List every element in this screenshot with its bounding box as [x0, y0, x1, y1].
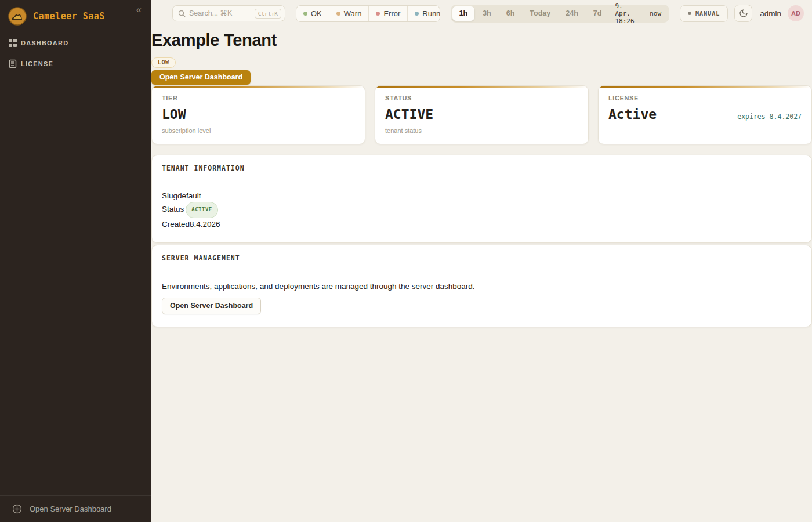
status-filter-label: Error — [383, 9, 400, 18]
topbar-right-cluster: MANUAL admin AD — [680, 5, 804, 22]
status-filter-label: Warn — [344, 9, 362, 18]
license-card: LICENSE Active expires 8.4.2027 — [598, 85, 812, 144]
time-range-7d[interactable]: 7d — [586, 6, 609, 21]
status-filter-label: OK — [311, 9, 322, 18]
time-range-display[interactable]: 9. Apr. 18:26–now — [610, 2, 668, 25]
tenant-information-panel: TENANT INFORMATION Slugdefault StatusACT… — [151, 155, 812, 243]
sidebar-item-dashboard[interactable]: DASHBOARD — [0, 32, 151, 53]
time-from: 9. Apr. 18:26 — [615, 2, 637, 25]
sidebar-open-server-dashboard-link[interactable]: Open Server Dashboard — [0, 495, 151, 522]
status-filter-group: OK Warn Error Running — [296, 5, 440, 22]
page-title: Example Tenant — [151, 31, 812, 50]
tenant-status-row: StatusACTIVE — [162, 202, 802, 218]
license-document-icon — [8, 59, 17, 68]
search-icon — [178, 10, 186, 17]
active-status-badge: ACTIVE — [186, 202, 218, 218]
sidebar-nav: DASHBOARD LICENSE — [0, 32, 151, 74]
tier-badge-row: LOW — [151, 56, 812, 68]
tier-badge: LOW — [151, 57, 176, 68]
status-filter-label: Running — [422, 9, 440, 18]
error-status-dot-icon — [376, 12, 380, 16]
brand-camel-logo-icon — [8, 7, 27, 26]
circle-plus-icon — [12, 504, 22, 514]
sidebar-footer-label: Open Server Dashboard — [30, 505, 111, 513]
sidebar-item-license[interactable]: LICENSE — [0, 53, 151, 74]
status-label: Status — [162, 205, 184, 213]
panel-title: TENANT INFORMATION — [152, 155, 811, 180]
time-range-1h[interactable]: 1h — [452, 6, 475, 21]
status-filter-warn[interactable]: Warn — [329, 6, 369, 21]
time-range-24h[interactable]: 24h — [559, 6, 585, 21]
card-value: LOW — [162, 107, 186, 122]
license-expiry-note: expires 8.4.2027 — [737, 113, 802, 121]
manual-mode-button[interactable]: MANUAL — [680, 5, 728, 22]
sidebar-collapse-button[interactable]: « — [134, 3, 144, 16]
warn-status-dot-icon — [336, 12, 340, 16]
card-label: STATUS — [385, 95, 578, 102]
open-server-dashboard-button[interactable]: Open Server Dashboard — [151, 70, 251, 85]
manual-label: MANUAL — [695, 10, 720, 17]
sidebar-spacer — [0, 74, 151, 495]
slug-value: default — [177, 191, 201, 200]
tier-card: TIER LOW subscription level — [151, 85, 365, 144]
server-management-panel: SERVER MANAGEMENT Environments, applicat… — [151, 245, 812, 327]
card-subtitle: subscription level — [162, 127, 355, 134]
status-filter-error[interactable]: Error — [368, 6, 407, 21]
sidebar-item-label: DASHBOARD — [21, 39, 68, 46]
username-label: admin — [760, 9, 781, 18]
sidebar-item-label: LICENSE — [21, 60, 53, 67]
manual-dot-icon — [688, 12, 691, 15]
moon-icon — [739, 9, 748, 18]
tenant-slug-row: Slugdefault — [162, 190, 802, 202]
user-avatar[interactable]: AD — [788, 5, 804, 21]
ok-status-dot-icon — [303, 12, 307, 16]
sidebar: Cameleer SaaS « DASHBOARD LICENSE — [0, 0, 151, 522]
card-label: LICENSE — [608, 95, 802, 102]
search-shortcut-kbd: Ctrl+K — [255, 9, 281, 19]
time-range-3h[interactable]: 3h — [476, 6, 498, 21]
server-management-description: Environments, applications, and deployme… — [162, 282, 802, 291]
sidebar-header: Cameleer SaaS « — [0, 0, 151, 32]
created-value: 8.4.2026 — [190, 220, 220, 229]
dark-mode-toggle[interactable] — [734, 5, 752, 22]
status-filter-ok[interactable]: OK — [296, 6, 329, 21]
time-range-today[interactable]: Today — [523, 6, 557, 21]
card-value: ACTIVE — [385, 107, 433, 122]
running-status-dot-icon — [415, 12, 419, 16]
card-label: TIER — [162, 95, 355, 102]
time-separator: – — [642, 10, 646, 17]
time-range-6h[interactable]: 6h — [499, 6, 522, 21]
search-input[interactable] — [189, 9, 251, 17]
tenant-created-row: Created8.4.2026 — [162, 218, 802, 230]
content-area: Example Tenant LOW Open Server Dashboard… — [151, 27, 812, 522]
stat-cards-row: TIER LOW subscription level STATUS ACTIV… — [151, 85, 812, 144]
main-column: Ctrl+K OK Warn Error Running 1h 3h 6 — [151, 0, 812, 522]
slug-label: Slug — [162, 191, 177, 200]
brand-name: Cameleer SaaS — [33, 11, 128, 21]
status-filter-running[interactable]: Running — [407, 6, 440, 21]
time-range-group: 1h 3h 6h Today 24h 7d 9. Apr. 18:26–now — [451, 5, 670, 23]
card-value: Active — [608, 107, 657, 122]
status-card: STATUS ACTIVE tenant status — [375, 85, 589, 144]
created-label: Created — [162, 220, 190, 229]
topbar: Ctrl+K OK Warn Error Running 1h 3h 6 — [151, 0, 812, 27]
dashboard-grid-icon — [8, 38, 17, 48]
panel-title: SERVER MANAGEMENT — [152, 245, 811, 270]
server-dashboard-outline-button[interactable]: Open Server Dashboard — [162, 298, 261, 314]
card-subtitle: tenant status — [385, 127, 578, 134]
time-to: now — [650, 10, 661, 17]
search-box[interactable]: Ctrl+K — [172, 5, 285, 21]
